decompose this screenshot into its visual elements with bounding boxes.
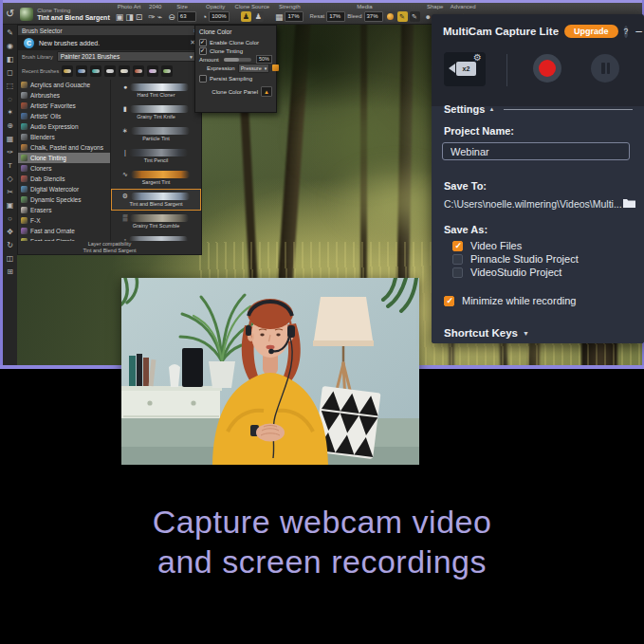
- eraser-tool-icon[interactable]: ◻: [5, 67, 15, 78]
- checkbox[interactable]: [444, 296, 454, 306]
- checkbox[interactable]: [452, 254, 463, 265]
- selection-tool-icon[interactable]: ⬚: [5, 81, 15, 91]
- resat-spinner[interactable]: 17%: [326, 11, 345, 22]
- pen-tool-icon[interactable]: ✑: [5, 147, 15, 157]
- brush-category-item[interactable]: Artists' Oils: [18, 111, 110, 121]
- save-as-option[interactable]: VideoStudio Project: [432, 266, 644, 279]
- brush-variant-item[interactable]: ●Hard Tint Cloner: [111, 80, 201, 101]
- checkbox[interactable]: [199, 47, 207, 55]
- sampling-option[interactable]: Persist Sampling: [199, 74, 272, 83]
- expression-color-icon[interactable]: [272, 64, 279, 71]
- brush-variant-icon: ∗: [122, 127, 128, 135]
- pause-button[interactable]: [591, 54, 619, 83]
- brush-variant-item[interactable]: ∗Particle Tint: [111, 123, 201, 145]
- clone-color-panel-button[interactable]: ▲: [261, 86, 272, 97]
- brush-library-dropdown[interactable]: Painter 2021 Brushes ▼: [57, 51, 197, 62]
- minimize-button[interactable]: –: [635, 27, 642, 36]
- scissors-tool-icon[interactable]: ✂: [5, 187, 15, 197]
- clone-source-icon[interactable]: ♟: [253, 11, 264, 22]
- folder-icon[interactable]: [622, 197, 636, 211]
- strength-spinner[interactable]: 17%: [285, 11, 304, 22]
- grabber-tool-icon[interactable]: ✥: [5, 227, 15, 237]
- brush-variant-item[interactable]: |Tint Pencil: [111, 145, 201, 167]
- brush-tool-icon[interactable]: ✎: [5, 28, 15, 38]
- brush-category-item[interactable]: Airbrushes: [18, 90, 110, 101]
- project-name-input[interactable]: [442, 142, 630, 160]
- size-spinner[interactable]: 63: [177, 11, 196, 22]
- brush-category-item[interactable]: Fast and Ornate: [18, 226, 110, 236]
- brush-category-item[interactable]: Audio Expression: [18, 121, 110, 132]
- shortcut-keys-toggle[interactable]: Shortcut Keys ▼: [444, 327, 529, 339]
- recent-brush-thumbnail[interactable]: [133, 65, 144, 77]
- brush-category-item[interactable]: Erasers: [18, 205, 110, 215]
- doc-icon[interactable]: ⌁: [157, 12, 162, 22]
- dropper-tool-icon[interactable]: ◉: [5, 41, 15, 51]
- brush-category-item[interactable]: Acrylics and Gouache: [18, 80, 110, 90]
- save-as-option[interactable]: Video Files: [432, 239, 644, 252]
- brush-variant-item[interactable]: ▒Grainy Tint Scumble: [111, 211, 201, 232]
- text-tool-icon[interactable]: T: [5, 160, 15, 171]
- navigator-tool-icon[interactable]: ⊞: [5, 267, 15, 277]
- brush-category-item[interactable]: Cloners: [18, 163, 110, 174]
- recent-brush-thumbnail[interactable]: [119, 65, 130, 77]
- photo-art-icon[interactable]: ▣: [116, 12, 124, 22]
- brush-category-item[interactable]: Dynamic Speckles: [18, 194, 110, 205]
- help-button[interactable]: ?: [624, 26, 629, 38]
- brush-category-item[interactable]: Blenders: [18, 132, 110, 142]
- bleed-spinner[interactable]: 37%: [364, 11, 383, 22]
- checkbox[interactable]: [199, 39, 207, 46]
- magic-wand-tool-icon[interactable]: ✶: [5, 107, 15, 118]
- photo-art-icon[interactable]: ⊡: [136, 12, 143, 22]
- reset-tool-icon[interactable]: ↺: [6, 9, 14, 18]
- brush-category-item[interactable]: F-X: [18, 215, 110, 226]
- checkbox[interactable]: [452, 267, 463, 278]
- recent-brush-thumbnail[interactable]: [161, 65, 173, 77]
- recent-brush-thumbnail[interactable]: [62, 65, 73, 77]
- shape-tool-icon[interactable]: ◇: [5, 174, 15, 184]
- record-button[interactable]: [533, 54, 561, 83]
- upgrade-button[interactable]: Upgrade: [564, 25, 618, 38]
- rotate-page-tool-icon[interactable]: ↻: [5, 240, 15, 250]
- brush-category-item[interactable]: Dab Stencils: [18, 174, 110, 184]
- current-brush-chip[interactable]: Clone Tinting Tint and Blend Sargent: [20, 4, 110, 23]
- brush-category-item[interactable]: Clone Tinting: [18, 153, 110, 163]
- brush-variant-item[interactable]: ∿Sargent Tint: [111, 167, 201, 189]
- settings-toggle[interactable]: Settings ▲: [432, 100, 644, 119]
- lasso-tool-icon[interactable]: ◌: [5, 94, 15, 104]
- media-pen-icon[interactable]: ✎: [397, 11, 408, 22]
- clone-source-active-icon[interactable]: ♟: [241, 11, 251, 22]
- checkbox[interactable]: [452, 241, 463, 251]
- mirror-tool-icon[interactable]: ◫: [5, 253, 15, 264]
- minimize-while-recording-option[interactable]: Minimize while recording: [432, 294, 644, 307]
- recent-brush-thumbnail[interactable]: [104, 65, 116, 77]
- crop-tool-icon[interactable]: ▦: [5, 134, 15, 144]
- amount-slider[interactable]: [224, 58, 251, 62]
- checkbox[interactable]: [199, 75, 207, 83]
- brush-category-item[interactable]: Digital Watercolor: [18, 184, 110, 194]
- media-color-icon[interactable]: [385, 11, 396, 22]
- expression-dropdown[interactable]: Pressure ▾: [238, 64, 270, 73]
- paint-bucket-tool-icon[interactable]: ◧: [5, 54, 15, 64]
- brush-category-item[interactable]: Artists' Favorites: [18, 101, 110, 111]
- enable-clone-color-option[interactable]: Enable Clone Color: [199, 38, 272, 46]
- media-ink-icon[interactable]: ✎: [410, 11, 420, 22]
- recent-brush-thumbnail[interactable]: [76, 65, 87, 77]
- recent-brushes-label: Recent Brushes: [22, 68, 59, 74]
- photo-art-icon[interactable]: ◨: [125, 12, 134, 22]
- clone-color-popup: Clone Color Enable Clone Color Clone Tin…: [194, 25, 277, 113]
- opacity-spinner[interactable]: 100%: [209, 11, 229, 22]
- save-as-option[interactable]: Pinnacle Studio Project: [432, 252, 644, 266]
- brush-variant-item[interactable]: ▮Grainy Tint Knife: [111, 101, 201, 123]
- capture-sources-button[interactable]: x2 ⚙: [444, 52, 486, 86]
- zoom-tool-icon[interactable]: ○: [5, 213, 15, 224]
- brush-variant-item[interactable]: ⚙Tint and Blend Sargent: [111, 189, 201, 211]
- brush-category-item[interactable]: Chalk, Pastel and Crayons: [18, 142, 110, 153]
- layer-adjuster-tool-icon[interactable]: ▣: [5, 200, 15, 211]
- doc-icon[interactable]: ✑: [148, 12, 156, 22]
- shape-round-icon[interactable]: ●: [426, 12, 431, 22]
- brush-variant-item[interactable]: ◦Simple Tint Blender: [111, 232, 201, 241]
- recent-brush-thumbnail[interactable]: [90, 65, 101, 77]
- transform-tool-icon[interactable]: ⊕: [5, 120, 15, 131]
- clone-tinting-option[interactable]: Clone Tinting: [199, 46, 272, 55]
- recent-brush-thumbnail[interactable]: [147, 65, 158, 77]
